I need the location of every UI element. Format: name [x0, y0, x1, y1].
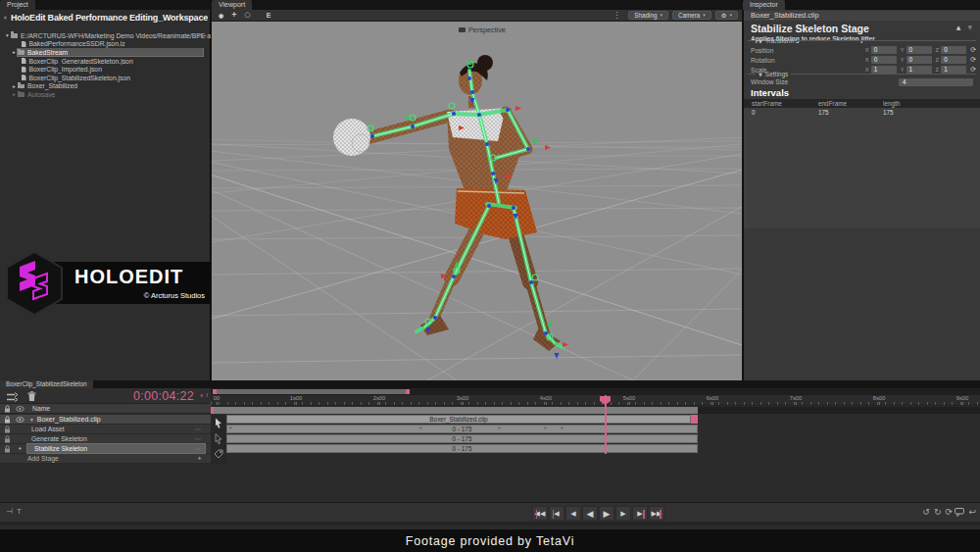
- keyframe-marker[interactable]: *: [229, 426, 232, 432]
- clip-bar-end-cap[interactable]: [691, 415, 698, 424]
- lock-icon[interactable]: [4, 416, 11, 424]
- tree-item-generatedskeleton[interactable]: BoxerClip_GeneratedSkeleton.json: [0, 57, 211, 66]
- lock-icon[interactable]: [4, 435, 11, 443]
- return-icon[interactable]: ↩: [968, 507, 976, 517]
- viewport-toolbar: ● + ○ E ⋮ Shading ▾ Camera ▾ ⚙ ▾: [212, 10, 742, 22]
- chevron-right-icon[interactable]: ▸: [11, 49, 18, 55]
- lock-icon[interactable]: [4, 426, 11, 433]
- timeline-ruler[interactable]: 00 1s00 2s00 3s00 4s00 5s00 6s00 7s00 8s…: [211, 395, 980, 406]
- track-row-stabilize-skeleton[interactable]: * Stabilize Skeleton ⋯: [0, 444, 211, 454]
- move-stage-down-icon[interactable]: ▼: [967, 24, 972, 30]
- go-to-start-button[interactable]: ◀◀: [532, 506, 548, 521]
- move-tool-icon[interactable]: +: [231, 10, 236, 21]
- keyframe-marker[interactable]: *: [544, 426, 547, 432]
- stage-bar-load-asset[interactable]: 0 - 175: [226, 425, 698, 433]
- rotation-z-field[interactable]: 0: [941, 56, 966, 64]
- cursor-outline-tool-icon[interactable]: [214, 433, 223, 444]
- cursor-tool-icon[interactable]: [214, 418, 223, 428]
- camera-mode-label-row[interactable]: Perspective: [459, 25, 506, 34]
- stage-bar-stabilize-skeleton[interactable]: 0 - 175: [226, 444, 698, 453]
- step-forward-button[interactable]: ▶: [615, 506, 631, 521]
- timeline-range-bar[interactable]: [211, 407, 980, 414]
- rotation-y-field[interactable]: 0: [906, 56, 932, 64]
- rotation-x-field[interactable]: 0: [871, 56, 897, 64]
- snap-toggle-icon[interactable]: ⊣: [6, 507, 13, 516]
- eye-icon[interactable]: [16, 417, 24, 423]
- track-row-clip[interactable]: ▾ Boxer_Stabilized.clip: [0, 415, 211, 425]
- scrollbar-right-cap[interactable]: [406, 389, 410, 394]
- add-stage-icon[interactable]: +: [197, 454, 202, 463]
- tree-item-stabilizedskeleton[interactable]: BoxerClip_StabilizedSkeleton.json: [0, 74, 211, 82]
- range-bar-cap[interactable]: [211, 407, 214, 414]
- track-row-generate-skeleton[interactable]: Generate Skeleton ⋯: [0, 434, 211, 444]
- holoedit-app: Project Viewport Inspector HoloEdit Bake…: [0, 0, 980, 552]
- transform-section-header[interactable]: ▼ Transform: [748, 37, 976, 44]
- shading-dropdown[interactable]: Shading ▾: [628, 11, 668, 20]
- stage-options-icon[interactable]: ⋯: [195, 426, 203, 433]
- tab-project[interactable]: Project: [0, 0, 35, 10]
- next-keyframe-button[interactable]: ▶: [632, 506, 648, 521]
- track-row-load-asset[interactable]: Load Asset ⋯: [0, 425, 211, 434]
- add-track-icon[interactable]: [6, 392, 19, 402]
- comment-icon[interactable]: [955, 508, 964, 517]
- move-stage-up-icon[interactable]: ▲: [956, 24, 961, 30]
- position-y-field[interactable]: 0: [906, 46, 932, 54]
- keyframe-marker[interactable]: *: [561, 426, 564, 432]
- viewport-canvas[interactable]: Perspective: [212, 22, 742, 380]
- prev-keyframe-button[interactable]: ◀: [549, 506, 564, 521]
- edit-mode-icon[interactable]: E: [267, 10, 271, 21]
- select-tool-icon[interactable]: ●: [219, 10, 223, 21]
- track-row-add-stage[interactable]: Add Stage +: [0, 454, 211, 464]
- chevron-down-icon[interactable]: ▾: [30, 417, 33, 423]
- folder-icon: [18, 84, 24, 89]
- position-z-field[interactable]: 0: [941, 46, 966, 54]
- settings-section-header[interactable]: ▼ Settings: [748, 71, 976, 77]
- tag-tool-icon[interactable]: [214, 449, 223, 459]
- keyframe-marker[interactable]: *: [419, 426, 422, 432]
- window-size-field[interactable]: 4: [899, 78, 973, 86]
- clip-bar[interactable]: Boxer_Stabilized.clip: [226, 415, 691, 424]
- trash-icon[interactable]: [27, 391, 36, 402]
- tree-item-imported[interactable]: BoxerClip_Imported.json: [0, 65, 211, 74]
- timeline-zoom-scrollbar[interactable]: [211, 388, 980, 395]
- timecode-display[interactable]: 0:00:04:22: [133, 389, 194, 403]
- reset-rotation-icon[interactable]: ⟳: [970, 56, 976, 64]
- unit-frames-toggle[interactable]: f: [206, 392, 208, 398]
- scrollbar-left-cap[interactable]: [213, 389, 217, 394]
- camera-dropdown[interactable]: Camera ▾: [672, 11, 711, 20]
- position-x-field[interactable]: 0: [871, 46, 897, 54]
- rotate-tool-icon[interactable]: ○: [245, 10, 251, 21]
- tab-inspector[interactable]: Inspector: [743, 0, 785, 10]
- chevron-down-icon: ▼: [759, 72, 762, 77]
- stage-options-icon[interactable]: ⋯: [195, 435, 203, 443]
- tree-item-bakedperformance[interactable]: BakedPerformanceSSDR.json.lz: [0, 40, 211, 49]
- reset-position-icon[interactable]: ⟳: [970, 46, 976, 54]
- loop-pingpong-icon[interactable]: ⟳: [945, 507, 953, 517]
- chevron-right-icon[interactable]: ▸: [11, 83, 18, 89]
- stage-options-icon[interactable]: ⋯: [195, 445, 203, 453]
- tree-item-autosave[interactable]: ▸ Autosave: [0, 90, 211, 99]
- stage-bar-generate-skeleton[interactable]: 0 - 175: [226, 434, 698, 443]
- tree-item-assets-root[interactable]: ▾ E:/ARCTURUS-WFH/Marketing Demo Videos/…: [0, 31, 211, 40]
- text-tool-icon[interactable]: T: [17, 507, 22, 516]
- viewport-settings-dropdown[interactable]: ⚙ ▾: [715, 11, 738, 20]
- keyframe-marker[interactable]: *: [498, 426, 501, 432]
- more-options-icon[interactable]: ⋮: [612, 11, 620, 20]
- tab-viewport[interactable]: Viewport: [212, 0, 252, 10]
- chevron-down-icon[interactable]: ▾: [4, 32, 11, 38]
- lock-icon[interactable]: [4, 445, 11, 453]
- play-button[interactable]: ▶: [599, 506, 614, 521]
- tab-boxerclip-stabilizedskeleton[interactable]: BoxerClip_StabilizedSkeleton: [0, 380, 93, 388]
- range-bar-handle[interactable]: [214, 407, 698, 414]
- tree-item-bakedstream[interactable]: ▸ BakedStream: [0, 48, 211, 57]
- play-reverse-button[interactable]: ◀: [582, 506, 598, 521]
- go-to-end-button[interactable]: ▶▶: [649, 506, 664, 521]
- chevron-right-icon[interactable]: ▸: [11, 91, 18, 97]
- intervals-table-row[interactable]: 0 175 175: [744, 108, 980, 117]
- scrollbar-handle[interactable]: [213, 389, 410, 394]
- step-back-button[interactable]: ◀: [565, 506, 581, 521]
- unit-seconds-toggle[interactable]: s: [200, 392, 203, 398]
- loop-mode-icon[interactable]: ↺: [922, 507, 930, 517]
- tree-item-boxer-stabilized[interactable]: ▸ Boxer_Stabilized: [0, 82, 211, 91]
- loop-once-icon[interactable]: ↻: [934, 507, 942, 517]
